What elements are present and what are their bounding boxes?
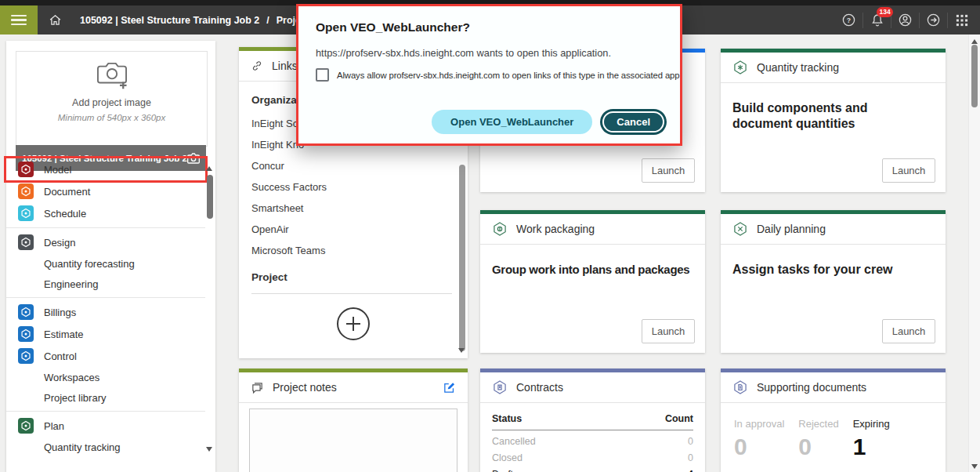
always-allow-label: Always allow profserv-sbx.hds.ineight.co…: [337, 71, 679, 80]
quantity-tracking-launch-button[interactable]: Launch: [882, 158, 935, 183]
daily-planning-card: Daily planning Assign tasks for your cre…: [721, 210, 946, 353]
billings-icon: [18, 304, 34, 320]
card-title: Quantity tracking: [757, 61, 839, 74]
status-cell: Draft: [492, 469, 513, 472]
add-link-button[interactable]: [335, 306, 371, 342]
count-cell: 4: [688, 469, 693, 472]
table-row[interactable]: Draft 4: [492, 463, 693, 472]
notifications-button[interactable]: 134: [863, 5, 891, 34]
sidebar-item-workspaces[interactable]: Workspaces: [6, 367, 205, 387]
help-button[interactable]: ?: [835, 5, 862, 34]
contracts-table-header: Status Count: [492, 413, 693, 430]
camera-add-icon: [94, 61, 130, 91]
notes-title: Project notes: [273, 381, 337, 394]
card-statement: Build components and document quantities: [732, 100, 930, 133]
sidebar-item-label: Plan: [44, 420, 64, 432]
table-row[interactable]: Cancelled 0: [492, 430, 693, 447]
sidebar-item-label: Workspaces: [44, 372, 99, 383]
count-cell: 0: [688, 452, 693, 463]
page-scroll-up[interactable]: [971, 39, 978, 44]
menu-divider: [6, 411, 205, 412]
stat-value: 1: [853, 434, 890, 460]
quantity-tracking-icon: [732, 60, 748, 75]
hamburger-menu-button[interactable]: [0, 5, 38, 34]
open-veo-weblauncher-button[interactable]: Open VEO_WebLauncher: [432, 110, 592, 134]
links-scrollbar-thumb[interactable]: [459, 165, 465, 351]
sidebar-item-project-library[interactable]: Project library: [6, 387, 205, 408]
add-image-label: Add project image: [16, 97, 207, 108]
contracts-table: Status Count Cancelled 0 Closed 0 Draft …: [480, 413, 705, 472]
add-project-image-card[interactable]: Add project image Minimum of 540px x 360…: [16, 51, 208, 147]
notes-header: Project notes: [239, 372, 468, 403]
sidebar-item-plan[interactable]: Plan: [6, 415, 205, 437]
quantity-tracking-card: Quantity tracking Build components and d…: [721, 49, 946, 192]
page-scrollbar-thumb[interactable]: [971, 45, 978, 107]
count-column-header: Count: [665, 413, 693, 424]
document-icon: [18, 183, 34, 199]
sidebar-item-quantity-tracking[interactable]: Quantity tracking: [6, 437, 205, 457]
link-item[interactable]: Smartsheet: [251, 198, 455, 219]
image-min-size-label: Minimum of 540px x 360px: [16, 113, 207, 122]
edit-notes-button[interactable]: [443, 381, 456, 394]
svg-text:?: ?: [847, 16, 851, 24]
dialog-body-text: https://profserv-sbx.hds.ineight.com wan…: [316, 47, 611, 59]
page-scroll-down[interactable]: [971, 464, 978, 469]
status-cell: Closed: [492, 452, 523, 463]
sidebar-item-estimate[interactable]: Estimate: [6, 323, 205, 345]
project-notes-panel: Project notes: [239, 369, 468, 472]
link-item[interactable]: Microsoft Teams: [251, 240, 455, 261]
logout-button[interactable]: [920, 5, 947, 34]
sidebar-scroll-down[interactable]: [206, 447, 212, 452]
links-scroll-down[interactable]: [458, 348, 465, 353]
sidebar-item-quantity-forecasting[interactable]: Quantity forecasting: [6, 253, 205, 274]
link-item[interactable]: OpenAir: [251, 219, 455, 240]
account-icon: [898, 13, 913, 27]
sidebar-item-label: Control: [44, 350, 77, 362]
sidebar-item-billings[interactable]: Billings: [6, 301, 205, 323]
contracts-card: Contracts Status Count Cancelled 0 Close…: [480, 369, 705, 472]
sidebar-item-document[interactable]: Document: [6, 180, 205, 202]
sidebar-item-label: Document: [44, 186, 90, 198]
link-icon: [251, 60, 263, 72]
breadcrumb-project[interactable]: 105092 | Steel Structure Training Job 2: [80, 15, 259, 26]
link-item[interactable]: Concur: [251, 155, 455, 176]
sidebar-item-engineering[interactable]: Engineering: [6, 274, 205, 294]
account-button[interactable]: [891, 5, 919, 34]
stat-label: Rejected: [798, 418, 838, 430]
table-row[interactable]: Closed 0: [492, 447, 693, 463]
home-button[interactable]: [41, 5, 69, 34]
document-stats: In approval 0 Rejected 0 Expiring 1: [721, 403, 946, 460]
schedule-icon: [18, 205, 34, 221]
stat-in-approval[interactable]: In approval 0: [734, 418, 784, 460]
contracts-icon: [492, 379, 508, 395]
card-statement: Assign tasks for your crew: [732, 262, 930, 278]
link-item[interactable]: Success Factors: [251, 176, 455, 198]
card-header: Contracts: [480, 372, 705, 403]
card-header: Work packaging: [480, 214, 705, 245]
page-scrollbar: [968, 34, 980, 472]
apps-button[interactable]: [948, 5, 975, 34]
daily-planning-launch-button[interactable]: Launch: [882, 319, 935, 343]
sidebar-item-schedule[interactable]: Schedule: [6, 202, 205, 224]
help-icon: ?: [841, 13, 856, 27]
obscured-card-launch-button[interactable]: Launch: [642, 158, 695, 183]
sidebar-scrollbar-thumb[interactable]: [207, 175, 213, 219]
notes-text-area[interactable]: [249, 408, 457, 472]
stat-expiring[interactable]: Expiring 1: [853, 418, 890, 460]
sidebar-item-design[interactable]: Design: [6, 231, 205, 253]
cancel-button[interactable]: Cancel: [602, 111, 664, 133]
sidebar-scroll-up[interactable]: [206, 166, 212, 171]
breadcrumb-separator: /: [266, 15, 269, 26]
sidebar-item-label: Estimate: [44, 329, 84, 340]
stat-rejected[interactable]: Rejected 0: [798, 418, 838, 460]
work-packaging-launch-button[interactable]: Launch: [642, 319, 695, 343]
sidebar-item-label: Quantity tracking: [44, 441, 121, 453]
card-header: Quantity tracking: [721, 53, 946, 83]
sidebar-item-control[interactable]: Control: [6, 345, 205, 367]
always-allow-checkbox[interactable]: [316, 68, 329, 82]
card-header: Daily planning: [721, 214, 946, 245]
notification-badge: 134: [877, 7, 893, 17]
sidebar-item-label: Engineering: [44, 278, 98, 290]
sidebar-item-label: Design: [44, 237, 75, 249]
sidebar-item-model[interactable]: Model: [6, 158, 205, 180]
